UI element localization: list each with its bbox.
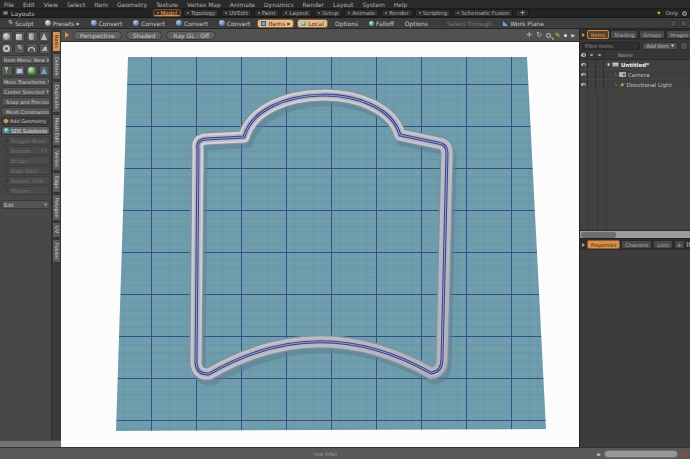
- options-button-1[interactable]: Options: [331, 19, 362, 28]
- draw-icon[interactable]: ✎: [555, 32, 560, 38]
- lock-toggle[interactable]: [588, 70, 596, 79]
- tab-polygon[interactable]: Polygon: [52, 194, 61, 222]
- raygl-dropdown[interactable]: Ray GL : Off: [166, 31, 216, 40]
- cube-primitive-button[interactable]: [14, 31, 26, 42]
- item-menu-dropdown[interactable]: Item Menu: New Item▼: [1, 55, 50, 64]
- add-layout-tab-button[interactable]: +: [515, 9, 529, 17]
- visibility-toggle[interactable]: [580, 60, 588, 69]
- tab-edge[interactable]: Edge: [52, 172, 61, 193]
- menu-system[interactable]: System: [362, 1, 384, 8]
- tab-groups[interactable]: Groups: [639, 30, 665, 39]
- item-row-camera[interactable]: └ Camera: [580, 70, 690, 80]
- convert-button-1[interactable]: Convert: [87, 19, 127, 28]
- tab-uv[interactable]: UV: [52, 222, 61, 237]
- tab-deform[interactable]: Deform: [52, 53, 61, 80]
- text-tool-button[interactable]: A: [39, 43, 51, 54]
- cylinder-primitive-button[interactable]: [26, 31, 38, 42]
- projection-dropdown[interactable]: Perspective: [73, 31, 122, 40]
- sds-subdivide-button[interactable]: SDS Subdivide⇧D: [1, 126, 50, 135]
- tab-items[interactable]: Items: [587, 30, 609, 39]
- convert-button-4[interactable]: Convert: [215, 19, 255, 28]
- layout-tab-render[interactable]: Render: [381, 9, 413, 17]
- menu-texture[interactable]: Texture: [156, 1, 178, 8]
- tab-properties[interactable]: Properties: [587, 240, 620, 249]
- arc-tool-button[interactable]: [26, 43, 38, 54]
- tab-mesh-edit[interactable]: Mesh Edit: [52, 114, 61, 146]
- item-row-directional-light[interactable]: └ ☀ Directional Light: [580, 80, 690, 90]
- sphere-primitive-button[interactable]: [1, 31, 13, 42]
- render-toggle[interactable]: [596, 70, 604, 79]
- orbit-icon[interactable]: ↻: [536, 32, 542, 39]
- item-list-scrollbar[interactable]: [580, 230, 690, 238]
- falloff-button[interactable]: Falloff: [365, 19, 398, 28]
- cone-primitive-button[interactable]: [39, 31, 51, 42]
- only-toggle[interactable]: Only: [665, 10, 678, 16]
- item-list-empty-area[interactable]: [580, 90, 690, 230]
- command-input[interactable]: [604, 450, 678, 458]
- menu-dynamics[interactable]: Dynamics: [264, 1, 294, 8]
- curve-pen-button[interactable]: ✎: [14, 43, 26, 54]
- filter-items-input[interactable]: Filter Items: [582, 42, 640, 50]
- menu-animate[interactable]: Animate: [230, 1, 255, 8]
- sculpt-button[interactable]: ✎Sculpt: [3, 19, 38, 28]
- layout-tab-scripting[interactable]: Scripting: [415, 9, 451, 17]
- layout-tab-topology[interactable]: Topology: [183, 9, 219, 17]
- shading-dropdown[interactable]: Shaded: [126, 31, 163, 40]
- bridge-button[interactable]: Bridge: [1, 156, 50, 165]
- layout-tab-setup[interactable]: Setup: [314, 9, 342, 17]
- star-icon[interactable]: ✦: [656, 10, 661, 16]
- convert-button-3[interactable]: Convert: [172, 19, 212, 28]
- tab-vertex[interactable]: Vertex: [52, 147, 61, 171]
- caret-icon[interactable]: ▶: [597, 451, 601, 457]
- tab-basic[interactable]: Basic: [52, 31, 61, 52]
- toolbar-extra-icon[interactable]: [670, 20, 677, 27]
- mesh-constraints-button[interactable]: Mesh Constraints: [1, 107, 50, 116]
- menu-vertex-map[interactable]: Vertex Map: [187, 1, 221, 8]
- select-through-button[interactable]: Select Through: [435, 19, 496, 28]
- menu-render[interactable]: Render: [303, 1, 324, 8]
- edit-dropdown[interactable]: Edit▼: [1, 200, 50, 209]
- layout-tab-schematic-fusion[interactable]: Schematic Fusion: [453, 9, 513, 17]
- render-toggle[interactable]: [596, 60, 604, 69]
- zoom-icon[interactable]: [546, 33, 551, 38]
- pan-icon[interactable]: ✛: [526, 32, 532, 39]
- viewport-menu-icon[interactable]: [65, 32, 69, 38]
- smooth-shift-button[interactable]: Smooth Shift: [1, 176, 50, 185]
- convert-button-2[interactable]: Convert: [129, 19, 169, 28]
- menu-item[interactable]: Item: [94, 1, 108, 8]
- panel-menu-icon[interactable]: [582, 33, 585, 37]
- skeleton-item-button[interactable]: [1, 65, 13, 76]
- panel-menu-icon[interactable]: [582, 243, 585, 247]
- thicken-button[interactable]: Thicken: [1, 186, 50, 195]
- layout-tab-animate[interactable]: Animate: [344, 9, 379, 17]
- expander-icon[interactable]: ▼: [607, 62, 610, 67]
- menu-geometry[interactable]: Geometry: [117, 1, 147, 8]
- toolbar-extra-icon[interactable]: [680, 20, 687, 27]
- menu-select[interactable]: Select: [67, 1, 86, 8]
- image-item-button[interactable]: [14, 65, 26, 76]
- lock-toggle[interactable]: [588, 60, 596, 69]
- viewport-canvas[interactable]: [61, 42, 579, 447]
- torus-primitive-button[interactable]: [1, 43, 13, 54]
- dots-grid-icon[interactable]: [686, 242, 690, 247]
- layout-tab-layout[interactable]: Layout: [281, 9, 312, 17]
- menu-view[interactable]: View: [44, 1, 58, 8]
- layout-tab-paint[interactable]: Paint: [254, 9, 280, 17]
- scrollbar-thumb[interactable]: [581, 232, 616, 238]
- tab-channels[interactable]: Channels: [621, 240, 652, 249]
- lock-toggle[interactable]: [588, 80, 596, 89]
- menu-edit[interactable]: Edit: [23, 1, 35, 8]
- local-mode-button[interactable]: Local: [297, 19, 328, 28]
- menu-help[interactable]: Help: [394, 1, 408, 8]
- layout-tab-uvedit[interactable]: UVEdit: [221, 9, 251, 17]
- tab-fusion[interactable]: Fusion: [52, 239, 61, 263]
- gear-icon[interactable]: [682, 11, 687, 16]
- tab-duplicate[interactable]: Duplicate: [52, 81, 61, 113]
- add-item-button[interactable]: Add Item▼: [642, 42, 678, 50]
- visibility-toggle[interactable]: [580, 70, 588, 79]
- presets-button[interactable]: Presets▶: [41, 19, 84, 28]
- render-toggle[interactable]: [596, 80, 604, 89]
- light-item-button[interactable]: [39, 65, 51, 76]
- list-options-button[interactable]: [680, 42, 688, 50]
- viewport-canvas-area[interactable]: [61, 42, 579, 447]
